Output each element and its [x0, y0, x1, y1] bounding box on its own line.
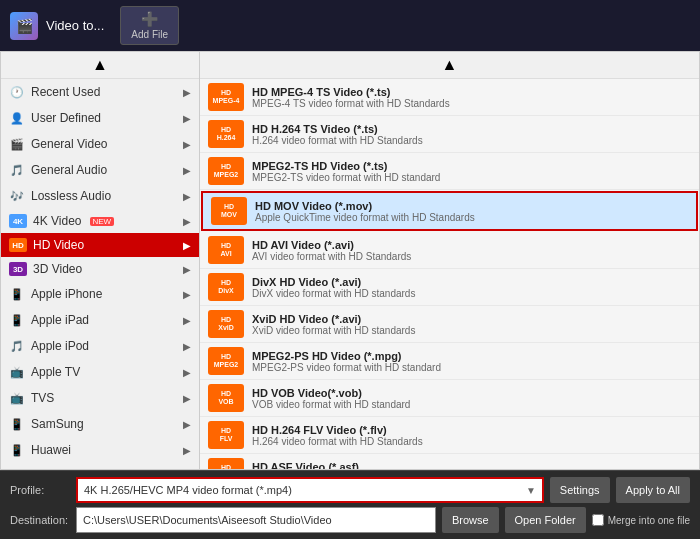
- destination-label: Destination:: [10, 514, 70, 526]
- menu-item-general-video[interactable]: 🎬 General Video ▶: [1, 131, 199, 157]
- format-item-vob[interactable]: HDVOB HD VOB Video(*.vob) VOB video form…: [200, 380, 699, 417]
- apple-ipad-icon: 📱: [9, 312, 25, 328]
- format-badge-asf: HDASF: [208, 458, 244, 470]
- lossless-audio-icon: 🎶: [9, 188, 25, 204]
- menu-item-apple-ipad[interactable]: 📱 Apple iPad ▶: [1, 307, 199, 333]
- format-item-xvid[interactable]: HDXviD XviD HD Video (*.avi) XviD video …: [200, 306, 699, 343]
- app-title: Video to...: [46, 18, 104, 33]
- right-panel: ▲ HDMPEG-4 HD MPEG-4 TS Video (*.ts) MPE…: [200, 51, 700, 470]
- menu-item-4k-video[interactable]: 4K 4K Video NEW ▶: [1, 209, 199, 233]
- menu-item-apple-ipod[interactable]: 🎵 Apple iPod ▶: [1, 333, 199, 359]
- merge-checkbox[interactable]: [592, 514, 604, 526]
- apple-ipod-icon: 🎵: [9, 338, 25, 354]
- menu-item-hd-video[interactable]: HD HD Video ▶: [1, 233, 199, 257]
- apple-tv-icon: 📺: [9, 364, 25, 380]
- format-item-h264-ts[interactable]: HDH.264 HD H.264 TS Video (*.ts) H.264 v…: [200, 116, 699, 153]
- format-info-mov: HD MOV Video (*.mov) Apple QuickTime vid…: [255, 200, 475, 223]
- 3d-video-icon: 3D: [9, 262, 27, 276]
- format-item-asf[interactable]: HDASF HD ASF Video (*.asf) ASF video for…: [200, 454, 699, 470]
- menu-item-lossless-audio[interactable]: 🎶 Lossless Audio ▶: [1, 183, 199, 209]
- format-item-mpeg2-ts[interactable]: HDMPEG2 MPEG2-TS HD Video (*.ts) MPEG2-T…: [200, 153, 699, 190]
- left-panel: ▲ 🕐 Recent Used ▶ 👤 User Defined ▶: [0, 51, 200, 470]
- profile-dropdown-icon: ▼: [526, 485, 536, 496]
- format-info-xvid: XviD HD Video (*.avi) XviD video format …: [252, 313, 415, 336]
- profile-label: Profile:: [10, 484, 70, 496]
- settings-button[interactable]: Settings: [550, 477, 610, 503]
- recent-used-icon: 🕐: [9, 84, 25, 100]
- format-item-flv[interactable]: HDFLV HD H.264 FLV Video (*.flv) H.264 v…: [200, 417, 699, 454]
- format-badge-mov: HDMOV: [211, 197, 247, 225]
- format-badge-h264-ts: HDH.264: [208, 120, 244, 148]
- user-defined-icon: 👤: [9, 110, 25, 126]
- tvs-icon: 📺: [9, 390, 25, 406]
- right-scroll-up[interactable]: ▲: [200, 52, 699, 79]
- menu-item-general-audio[interactable]: 🎵 General Audio ▶: [1, 157, 199, 183]
- general-audio-icon: 🎵: [9, 162, 25, 178]
- format-badge-avi-hd: HDAVI: [208, 236, 244, 264]
- profile-select[interactable]: 4K H.265/HEVC MP4 video format (*.mp4) ▼: [76, 477, 544, 503]
- add-file-label: Add File: [131, 29, 168, 40]
- menu-item-user-defined[interactable]: 👤 User Defined ▶: [1, 105, 199, 131]
- merge-label: Merge into one file: [608, 515, 690, 526]
- merge-row: Merge into one file: [592, 514, 690, 526]
- apple-iphone-icon: 📱: [9, 286, 25, 302]
- general-video-icon: 🎬: [9, 136, 25, 152]
- bottom-bar: Profile: 4K H.265/HEVC MP4 video format …: [0, 470, 700, 539]
- dropdown-overlay: ▲ 🕐 Recent Used ▶ 👤 User Defined ▶: [0, 51, 700, 470]
- format-badge-vob: HDVOB: [208, 384, 244, 412]
- open-folder-button[interactable]: Open Folder: [505, 507, 586, 533]
- menu-item-samsung[interactable]: 📱 SamSung ▶: [1, 411, 199, 437]
- format-info-mpeg4-ts: HD MPEG-4 TS Video (*.ts) MPEG-4 TS vide…: [252, 86, 450, 109]
- menu-item-sony[interactable]: 🎮 Sony ▶: [1, 463, 199, 470]
- format-badge-mpeg2-ts: HDMPEG2: [208, 157, 244, 185]
- top-area: 🎥 ▲ 🕐 Recent Used ▶ 👤: [0, 51, 700, 470]
- format-item-mov[interactable]: HDMOV HD MOV Video (*.mov) Apple QuickTi…: [201, 191, 698, 231]
- samsung-icon: 📱: [9, 416, 25, 432]
- format-badge-divx: HDDivX: [208, 273, 244, 301]
- format-badge-mpeg2-ps: HDMPEG2: [208, 347, 244, 375]
- menu-item-apple-iphone[interactable]: 📱 Apple iPhone ▶: [1, 281, 199, 307]
- hd-video-icon: HD: [9, 238, 27, 252]
- profile-row: Profile: 4K H.265/HEVC MP4 video format …: [10, 477, 690, 503]
- menu-item-apple-tv[interactable]: 📺 Apple TV ▶: [1, 359, 199, 385]
- 4k-video-icon: 4K: [9, 214, 27, 228]
- browse-button[interactable]: Browse: [442, 507, 499, 533]
- format-item-mpeg4-ts[interactable]: HDMPEG-4 HD MPEG-4 TS Video (*.ts) MPEG-…: [200, 79, 699, 116]
- format-item-divx[interactable]: HDDivX DivX HD Video (*.avi) DivX video …: [200, 269, 699, 306]
- menu-item-recent-used[interactable]: 🕐 Recent Used ▶: [1, 79, 199, 105]
- sony-icon: 🎮: [9, 468, 25, 470]
- main-container: 🎬 Video to... ➕ Add File 🎥 ▲ 🕐 Recent Us…: [0, 0, 700, 539]
- menu-item-tvs[interactable]: 📺 TVS ▶: [1, 385, 199, 411]
- left-scroll-up[interactable]: ▲: [1, 52, 199, 79]
- format-info-mpeg2-ps: MPEG2-PS HD Video (*.mpg) MPEG2-PS video…: [252, 350, 441, 373]
- menu-item-huawei[interactable]: 📱 Huawei ▶: [1, 437, 199, 463]
- destination-path: C:\Users\USER\Documents\Aiseesoft Studio…: [76, 507, 436, 533]
- app-logo: 🎬: [10, 12, 38, 40]
- format-badge-xvid: HDXviD: [208, 310, 244, 338]
- format-info-vob: HD VOB Video(*.vob) VOB video format wit…: [252, 387, 410, 410]
- apply-all-button[interactable]: Apply to All: [616, 477, 690, 503]
- format-info-avi-hd: HD AVI Video (*.avi) AVI video format wi…: [252, 239, 411, 262]
- destination-row: Destination: C:\Users\USER\Documents\Ais…: [10, 507, 690, 533]
- format-info-asf: HD ASF Video (*.asf) ASF video format wi…: [252, 461, 414, 471]
- format-info-h264-ts: HD H.264 TS Video (*.ts) H.264 video for…: [252, 123, 423, 146]
- format-info-mpeg2-ts: MPEG2-TS HD Video (*.ts) MPEG2-TS video …: [252, 160, 440, 183]
- format-item-avi-hd[interactable]: HDAVI HD AVI Video (*.avi) AVI video for…: [200, 232, 699, 269]
- format-info-divx: DivX HD Video (*.avi) DivX video format …: [252, 276, 415, 299]
- format-item-mpeg2-ps[interactable]: HDMPEG2 MPEG2-PS HD Video (*.mpg) MPEG2-…: [200, 343, 699, 380]
- huawei-icon: 📱: [9, 442, 25, 458]
- profile-value: 4K H.265/HEVC MP4 video format (*.mp4): [84, 484, 292, 496]
- format-badge-mpeg4-ts: HDMPEG-4: [208, 83, 244, 111]
- format-badge-flv: HDFLV: [208, 421, 244, 449]
- menu-item-3d-video[interactable]: 3D 3D Video ▶: [1, 257, 199, 281]
- add-file-button[interactable]: ➕ Add File: [120, 6, 179, 45]
- format-info-flv: HD H.264 FLV Video (*.flv) H.264 video f…: [252, 424, 423, 447]
